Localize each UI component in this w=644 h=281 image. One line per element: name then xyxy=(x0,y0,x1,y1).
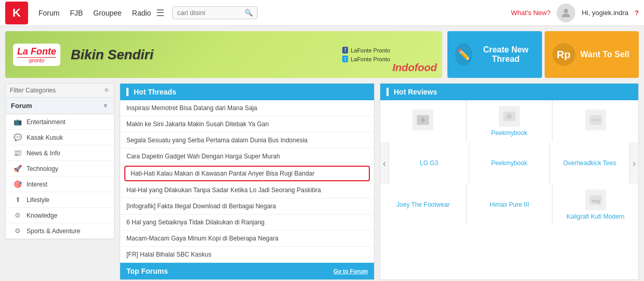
news-icon: 📰 xyxy=(13,149,22,157)
sidebar: Filter Categories 👁 Forum ▼ 📺 Entertainm… xyxy=(5,83,114,280)
facebook-icon: f xyxy=(342,47,348,53)
thread-item-9[interactable]: [FR] Halal Bihalal SBC Kaskus xyxy=(120,247,374,263)
content-area: Hot Threads Inspirasi Memotret Bisa Data… xyxy=(120,83,639,280)
review-img-placeholder-0 xyxy=(413,110,433,130)
reviews-prev-button[interactable]: ‹ xyxy=(380,142,389,184)
hot-reviews-header: Hot Reviews xyxy=(380,84,638,100)
header-bar xyxy=(387,88,389,96)
banner-tagline: Bikin Sendiri xyxy=(71,47,153,63)
search-box: 🔍 xyxy=(172,6,257,19)
facebook-link[interactable]: f LaFonte Pronto xyxy=(342,47,390,53)
nav-groupee[interactable]: Groupee xyxy=(93,9,121,17)
reviews-nav-row: ‹ LG G3 Peekmybook Overheadkick Tees › xyxy=(380,142,638,184)
sidebar-item-label: Kasak Kusuk xyxy=(27,134,63,141)
chat-icon: 💬 xyxy=(13,133,22,141)
hamburger-icon[interactable]: ☰ xyxy=(156,7,164,19)
sidebar-item-sports-adventure[interactable]: ⚙ Sports & Adventure xyxy=(6,223,114,239)
review-image-0[interactable] xyxy=(380,100,466,142)
review-img-placeholder-1 xyxy=(499,106,520,127)
sidebar-item-label: Entertainment xyxy=(27,118,66,126)
sidebar-item-entertainment[interactable]: 📺 Entertainment xyxy=(6,114,114,130)
sidebar-item-label: Interest xyxy=(27,181,47,188)
username-label: Hi, yogiek.indra xyxy=(582,9,628,17)
sidebar-item-news-info[interactable]: 📰 News & Info xyxy=(6,145,114,161)
sidebar-item-label: Technology xyxy=(27,165,58,172)
review-name-5: Kaligrafi Kufi Modern xyxy=(566,213,624,220)
sidebar-item-label: News & Info xyxy=(27,150,60,157)
header: K Forum FJB Groupee Radio ☰ 🔍 What's New… xyxy=(0,0,644,26)
site-logo[interactable]: K xyxy=(5,2,28,24)
sponsor-label: Indofood xyxy=(392,62,437,74)
sidebar-forum-label: Forum xyxy=(11,102,32,110)
thread-item-2[interactable]: Segala Sesuatu yang Serba Pertama dalam … xyxy=(120,132,374,149)
review-name-4: Himax Pure III xyxy=(490,201,529,208)
twitter-link[interactable]: t LaFonte Pronto xyxy=(342,56,390,62)
go-to-forum-link[interactable]: Go to Forum xyxy=(333,268,368,274)
nav-forum[interactable]: Forum xyxy=(38,9,59,17)
thread-item-6[interactable]: [Infografik] Fakta Illegal Download di B… xyxy=(120,198,374,215)
sidebar-item-knowledge[interactable]: ⚙ Knowledge xyxy=(6,208,114,223)
thread-item-5[interactable]: Hal-Hal yang Dilakukan Tanpa Sadar Ketik… xyxy=(120,182,374,198)
thread-item-1[interactable]: Makin ke Sini Jakarta Makin Susah Diteba… xyxy=(120,116,374,132)
main-layout: Filter Categories 👁 Forum ▼ 📺 Entertainm… xyxy=(0,81,644,281)
sidebar-section-forum: Forum ▼ 📺 Entertainment 💬 Kasak Kusuk 📰 … xyxy=(5,97,114,239)
hot-threads-header: Hot Threads xyxy=(120,84,374,100)
thread-item-3[interactable]: Cara Dapetin Gadget Wah Dengan Harga Sup… xyxy=(120,149,374,165)
eye-icon[interactable]: 👁 xyxy=(104,87,110,94)
create-thread-button[interactable]: ✏️ Create New Thread xyxy=(447,31,542,78)
brand-pronto: ·pronto· xyxy=(17,57,56,63)
sidebar-item-label: Sports & Adventure xyxy=(27,228,80,235)
sidebar-item-kasak-kusuk[interactable]: 💬 Kasak Kusuk xyxy=(6,130,114,145)
review-name-0: LG G3 xyxy=(420,159,438,167)
review-name-1: Peekmybook xyxy=(491,129,527,137)
review-cell-overheadkick[interactable]: Overheadkick Tees xyxy=(550,142,629,184)
svg-point-3 xyxy=(507,114,511,118)
thread-item-7[interactable]: 6 Hal yang Sebaiknya Tidak Dilakukan di … xyxy=(120,215,374,231)
reviews-next-button[interactable]: › xyxy=(630,142,638,184)
sidebar-forum-header[interactable]: Forum ▼ xyxy=(6,98,114,114)
filter-bar: Filter Categories 👁 xyxy=(5,83,114,97)
thread-item-0[interactable]: Inspirasi Memotret Bisa Datang dari Mana… xyxy=(120,100,374,116)
hot-reviews-title: Hot Reviews xyxy=(394,88,437,96)
sidebar-item-technology[interactable]: 🚀 Technology xyxy=(6,161,114,177)
avatar xyxy=(557,4,575,22)
knowledge-icon: ⚙ xyxy=(13,211,22,219)
review-cell-kaligrafi[interactable]: img Kaligrafi Kufi Modern xyxy=(552,184,638,225)
review-cell-lg-g3[interactable]: LG G3 xyxy=(389,142,469,184)
nav-radio[interactable]: Radio xyxy=(132,9,151,17)
top-forums-header: Top Forums Go to Forum xyxy=(120,263,374,279)
header-right: What's New? Hi, yogiek.indra ? xyxy=(511,4,639,22)
search-input[interactable] xyxy=(177,9,244,17)
svg-text:img: img xyxy=(592,198,600,203)
review-image-2[interactable] xyxy=(552,100,638,142)
thread-item-4[interactable]: Hati-Hati Kalau Makan di Kawasan Pantai … xyxy=(124,166,370,181)
sidebar-item-lifestyle[interactable]: ⬆ Lifestyle xyxy=(6,192,114,208)
reviews-bottom-row: Joey The Footwear Himax Pure III img Kal… xyxy=(380,184,638,225)
top-forums-title: Top Forums xyxy=(126,267,168,275)
review-image-1[interactable]: Peekmybook xyxy=(467,100,552,142)
thread-item-8[interactable]: Macam-Macam Gaya Minum Kopi di Beberapa … xyxy=(120,231,374,247)
nav-fjb[interactable]: FJB xyxy=(70,9,83,17)
brand-name: La Fonte xyxy=(17,46,56,57)
want-to-sell-button[interactable]: Rp Want To Sell xyxy=(545,31,639,78)
sidebar-item-interest[interactable]: 🎯 Interest xyxy=(6,177,114,192)
rp-icon: Rp xyxy=(552,43,575,66)
rocket-icon: 🚀 xyxy=(13,165,22,172)
action-buttons: ✏️ Create New Thread Rp Want To Sell xyxy=(447,31,639,78)
review-cell-himax[interactable]: Himax Pure III xyxy=(467,184,552,225)
whats-new-link[interactable]: What's New? xyxy=(511,9,550,17)
target-icon: 🎯 xyxy=(13,180,22,188)
review-cell-peekmybook[interactable]: Peekmybook xyxy=(469,142,549,184)
want-to-sell-label: Want To Sell xyxy=(581,50,629,59)
hot-threads-panel: Hot Threads Inspirasi Memotret Bisa Data… xyxy=(120,83,375,280)
search-icon[interactable]: 🔍 xyxy=(244,9,253,17)
facebook-label: LaFonte Pronto xyxy=(351,47,390,53)
reviews-images-row: Peekmybook xyxy=(380,100,638,142)
review-cell-joey[interactable]: Joey The Footwear xyxy=(380,184,466,225)
header-bar xyxy=(126,88,128,96)
help-icon[interactable]: ? xyxy=(635,9,639,17)
banner: La Fonte ·pronto· Bikin Sendiri f LaFont… xyxy=(5,31,442,78)
review-name-2: Overheadkick Tees xyxy=(563,159,616,167)
main-nav: Forum FJB Groupee Radio xyxy=(38,9,151,17)
chevron-down-icon: ▼ xyxy=(102,102,109,110)
